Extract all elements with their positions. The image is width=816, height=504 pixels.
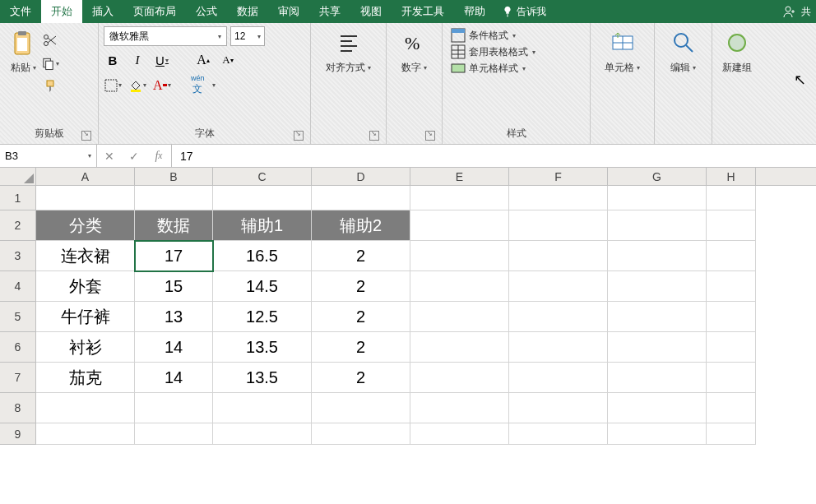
row-header[interactable]: 9 (0, 423, 36, 445)
cell[interactable] (608, 302, 707, 332)
row-header[interactable]: 7 (0, 363, 36, 393)
tab-view[interactable]: 视图 (350, 0, 392, 23)
cell[interactable] (509, 332, 608, 363)
cell[interactable] (509, 271, 608, 302)
font-color-button[interactable]: A▾ (153, 76, 171, 95)
copy-button[interactable]: ▾ (41, 54, 59, 72)
cell[interactable] (135, 186, 213, 210)
cell[interactable]: 13.5 (213, 332, 312, 363)
cell[interactable] (509, 363, 608, 393)
cell[interactable] (608, 241, 707, 271)
cell[interactable]: 辅助1 (213, 210, 312, 241)
cell[interactable] (707, 393, 756, 423)
font-name-select[interactable]: 微软雅黑▾ (104, 26, 227, 46)
table-format-button[interactable]: 套用表格格式▾ (451, 44, 536, 59)
cell-selected[interactable]: 17 (135, 241, 213, 271)
cell[interactable]: 茄克 (36, 363, 135, 393)
cell[interactable]: 辅助2 (312, 210, 410, 241)
newgroup-button[interactable]: 新建组 (717, 26, 757, 78)
col-header[interactable]: B (135, 168, 213, 185)
cell[interactable] (608, 332, 707, 363)
editing-button[interactable]: 编辑▾ (665, 26, 702, 78)
cell[interactable] (707, 271, 756, 302)
cell[interactable] (410, 271, 509, 302)
cell[interactable]: 2 (312, 302, 410, 332)
cell[interactable] (213, 393, 312, 423)
cell[interactable] (707, 332, 756, 363)
shrink-font-button[interactable]: A▾ (219, 51, 237, 69)
cell[interactable]: 衬衫 (36, 332, 135, 363)
row-header[interactable]: 8 (0, 393, 36, 423)
cell[interactable]: 14 (135, 332, 213, 363)
number-launcher[interactable] (425, 131, 435, 141)
cut-button[interactable] (41, 31, 59, 49)
tab-formulas[interactable]: 公式 (186, 0, 227, 23)
cell[interactable]: 2 (312, 271, 410, 302)
cell[interactable]: 数据 (135, 210, 213, 241)
cell[interactable] (608, 186, 707, 210)
conditional-format-button[interactable]: 条件格式▾ (451, 28, 536, 43)
tab-review[interactable]: 审阅 (268, 0, 309, 23)
cell[interactable] (135, 423, 213, 445)
accept-formula-button[interactable]: ✓ (122, 150, 146, 163)
cell[interactable] (410, 393, 509, 423)
cell[interactable] (410, 332, 509, 363)
col-header[interactable]: A (36, 168, 135, 185)
row-header[interactable]: 5 (0, 302, 36, 332)
italic-button[interactable]: I (128, 51, 146, 69)
cell[interactable] (707, 423, 756, 445)
insert-function-button[interactable]: fx (146, 150, 171, 163)
formula-input[interactable]: 17 (172, 145, 816, 167)
align-launcher[interactable] (369, 131, 379, 141)
bold-button[interactable]: B (104, 51, 122, 69)
cell[interactable] (410, 186, 509, 210)
cell[interactable] (707, 363, 756, 393)
cell[interactable] (509, 302, 608, 332)
tab-help[interactable]: 帮助 (454, 0, 495, 23)
grow-font-button[interactable]: A▴ (194, 51, 212, 69)
cell[interactable]: 13 (135, 302, 213, 332)
cell[interactable] (410, 363, 509, 393)
cell[interactable] (36, 186, 135, 210)
cell[interactable] (608, 271, 707, 302)
cell[interactable] (509, 210, 608, 241)
tab-insert[interactable]: 插入 (82, 0, 123, 23)
cell[interactable] (312, 423, 410, 445)
cancel-formula-button[interactable]: ✕ (97, 150, 122, 163)
cell[interactable] (707, 302, 756, 332)
cell[interactable] (707, 210, 756, 241)
col-header[interactable]: F (509, 168, 608, 185)
phonetic-button[interactable]: wén文 (191, 74, 205, 96)
user-add-icon[interactable] (783, 5, 796, 18)
tab-dev[interactable]: 开发工具 (392, 0, 454, 23)
cell[interactable] (410, 210, 509, 241)
row-header[interactable]: 4 (0, 271, 36, 302)
format-painter-button[interactable] (41, 77, 59, 95)
number-button[interactable]: % 数字▾ (396, 26, 433, 78)
underline-button[interactable]: U▾ (153, 51, 171, 69)
cell[interactable] (608, 393, 707, 423)
cell[interactable] (213, 423, 312, 445)
cell[interactable] (608, 210, 707, 241)
col-header[interactable]: E (410, 168, 509, 185)
row-header[interactable]: 6 (0, 332, 36, 363)
tab-share[interactable]: 共享 (309, 0, 350, 23)
font-size-select[interactable]: 12▾ (230, 26, 265, 46)
col-header[interactable]: C (213, 168, 312, 185)
col-header[interactable]: H (707, 168, 756, 185)
cell[interactable] (312, 186, 410, 210)
tab-layout[interactable]: 页面布局 (123, 0, 186, 23)
cell[interactable] (707, 186, 756, 210)
cell[interactable]: 分类 (36, 210, 135, 241)
cell[interactable]: 12.5 (213, 302, 312, 332)
cell[interactable]: 15 (135, 271, 213, 302)
cell[interactable] (410, 241, 509, 271)
paste-button[interactable]: 粘贴▾ (5, 26, 41, 78)
cell[interactable] (608, 363, 707, 393)
row-header[interactable]: 3 (0, 241, 36, 271)
alignment-button[interactable]: 对齐方式▾ (321, 26, 376, 78)
cell[interactable] (707, 241, 756, 271)
cell[interactable] (36, 393, 135, 423)
row-header[interactable]: 1 (0, 186, 36, 210)
border-button[interactable]: ▾ (104, 76, 122, 95)
